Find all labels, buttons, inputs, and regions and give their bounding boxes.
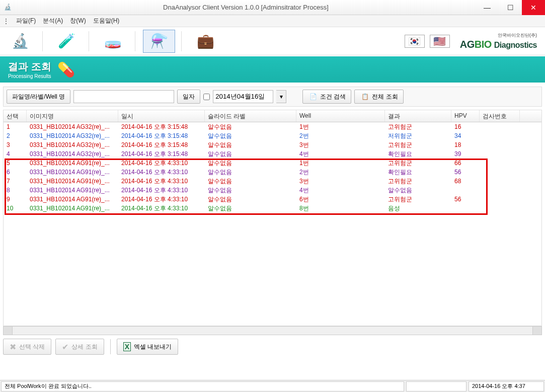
cell-datetime: 2014-04-16 오후 4:33:10	[118, 159, 205, 168]
cell-well: 3번	[296, 141, 385, 149]
microscope-icon[interactable]: 🔬	[4, 30, 36, 53]
filename-label-button[interactable]: 파일명/라벨/Well 명	[7, 90, 70, 104]
banner-subtitle: Processing Results	[8, 73, 51, 79]
table-row[interactable]: 90331_HB102014 AG91(re)_...2014-04-16 오후…	[4, 195, 541, 204]
date-label-button[interactable]: 일자	[177, 90, 200, 104]
cell-result: 고위험군	[385, 141, 451, 149]
cell-select: 1	[4, 123, 27, 130]
cell-datetime: 2014-04-16 오후 4:33:10	[118, 168, 205, 177]
cell-result: 고위험군	[385, 123, 451, 131]
cell-result: 확인필요	[385, 150, 451, 159]
cell-image: 0331_HB102014 AG91(re)_...	[27, 160, 118, 167]
cell-datetime: 2014-04-16 오후 4:33:10	[118, 204, 205, 213]
preview-icon: 📄	[308, 92, 318, 102]
cell-well: 3번	[296, 177, 385, 186]
menubar: ⋮ 파일(F) 분석(A) 창(W) 도움말(H)	[0, 15, 545, 27]
search-input[interactable]	[73, 90, 174, 103]
cell-datetime: 2014-04-16 오후 4:33:10	[118, 195, 205, 204]
col-hpv[interactable]: HPV	[451, 110, 480, 122]
col-well[interactable]: Well	[296, 110, 385, 122]
date-dropdown-icon[interactable]: ▾	[276, 90, 286, 103]
table-header: 선택 이미지명 일시 슬라이드 라벨 Well 결과 HPV 검사번호	[4, 110, 541, 122]
table-row[interactable]: 60331_HB102014 AG91(re)_...2014-04-16 오후…	[4, 168, 541, 177]
logo-main: AGBIO Diagnostics	[460, 39, 537, 50]
scroll-left-icon[interactable]	[4, 327, 13, 335]
table-row[interactable]: 10331_HB102014 AG32(re)_...2014-04-16 오후…	[4, 122, 541, 131]
cell-image: 0331_HB102014 AG32(re)_...	[27, 150, 118, 158]
cell-select: 9	[4, 196, 27, 203]
cell-label: 알수없음	[205, 204, 296, 213]
results-table: 선택 이미지명 일시 슬라이드 라벨 Well 결과 HPV 검사번호 1033…	[3, 110, 542, 326]
menu-help[interactable]: 도움말(H)	[93, 17, 120, 25]
menu-file[interactable]: 파일(F)	[16, 17, 36, 25]
flag-usa-icon[interactable]: 🇺🇸	[430, 35, 450, 48]
cell-hpv: 56	[451, 169, 480, 176]
cell-label: 알수없음	[205, 123, 296, 131]
table-row[interactable]: 20331_HB102014 AG32(re)_...2014-04-16 오후…	[4, 131, 541, 140]
status-datetime: 2014-04-16 오후 4:37	[469, 381, 544, 391]
separator	[89, 31, 91, 51]
scroll-right-icon[interactable]	[532, 327, 541, 335]
cell-image: 0331_HB102014 AG32(re)_...	[27, 132, 118, 139]
minimize-button[interactable]: —	[476, 0, 499, 15]
date-checkbox[interactable]	[203, 94, 210, 100]
date-input[interactable]	[213, 90, 273, 103]
cell-well: 1번	[296, 159, 385, 168]
horizontal-scrollbar[interactable]	[3, 326, 542, 335]
menu-analysis[interactable]: 분석(A)	[43, 17, 63, 25]
banner-title: 결과 조회	[8, 60, 51, 73]
table-row[interactable]: 70331_HB102014 AG91(re)_...2014-04-16 오후…	[4, 177, 541, 186]
table-row[interactable]: 50331_HB102014 AG91(re)_...2014-04-16 오후…	[4, 159, 541, 168]
table-row[interactable]: 40331_HB102014 AG32(re)_...2014-04-16 오후…	[4, 149, 541, 159]
bag-icon[interactable]: 💼	[189, 30, 221, 53]
cell-label: 알수없음	[205, 168, 296, 177]
cell-label: 알수없음	[205, 132, 296, 140]
flasks-icon[interactable]: ⚗️	[143, 30, 175, 53]
cell-datetime: 2014-04-16 오후 3:15:48	[118, 123, 205, 131]
view-all-button[interactable]: 📋 전체 조회	[354, 90, 403, 104]
cell-select: 7	[4, 178, 27, 185]
detail-view-button[interactable]: ✔ 상세 조회	[55, 339, 104, 355]
tubes-icon[interactable]: 🧪	[50, 30, 83, 53]
company-logo: 안국바이오진단(주) AGBIO Diagnostics	[460, 32, 541, 50]
cell-label: 알수없음	[205, 159, 296, 168]
cell-result: 고위험군	[385, 195, 451, 204]
cell-image: 0331_HB102014 AG91(re)_...	[27, 178, 118, 185]
cell-image: 0331_HB102014 AG91(re)_...	[27, 196, 118, 203]
cell-image: 0331_HB102014 AG91(re)_...	[27, 205, 118, 212]
col-select[interactable]: 선택	[4, 110, 27, 122]
cell-select: 2	[4, 132, 27, 139]
table-row[interactable]: 80331_HB102014 AG91(re)_...2014-04-16 오후…	[4, 186, 541, 195]
samples-icon[interactable]: 🧫	[97, 30, 129, 53]
col-result[interactable]: 결과	[385, 110, 451, 122]
close-button[interactable]: ✕	[522, 0, 545, 15]
col-exam[interactable]: 검사번호	[480, 110, 520, 122]
cell-datetime: 2014-04-16 오후 4:33:10	[118, 186, 205, 195]
flag-korea-icon[interactable]: 🇰🇷	[405, 35, 425, 48]
col-datetime[interactable]: 일시	[118, 110, 205, 122]
separator	[110, 339, 111, 354]
cell-hpv: 39	[451, 150, 480, 158]
cell-result: 알수없음	[385, 186, 451, 195]
pills-icon: 💊	[57, 61, 75, 78]
menu-window[interactable]: 창(W)	[70, 17, 86, 25]
cell-select: 8	[4, 187, 27, 194]
cell-select: 6	[4, 169, 27, 176]
delete-selected-button[interactable]: ✖ 선택 삭제	[3, 339, 51, 355]
cell-result: 확인필요	[385, 168, 451, 177]
flag-group: 🇰🇷 🇺🇸	[405, 35, 450, 48]
export-excel-button[interactable]: X 엑셀 내보내기	[117, 339, 179, 355]
cell-hpv: 18	[451, 141, 480, 148]
condition-search-button[interactable]: 📄 조건 검색	[302, 90, 351, 104]
maximize-button[interactable]: ☐	[499, 0, 522, 15]
cell-well: 4번	[296, 150, 385, 159]
table-row[interactable]: 30331_HB102014 AG32(re)_...2014-04-16 오후…	[4, 140, 541, 149]
separator	[42, 31, 44, 51]
col-label[interactable]: 슬라이드 라벨	[205, 110, 296, 122]
col-image[interactable]: 이미지명	[27, 110, 118, 122]
table-row[interactable]: 100331_HB102014 AG91(re)_...2014-04-16 오…	[4, 204, 541, 213]
cell-datetime: 2014-04-16 오후 3:15:48	[118, 150, 205, 159]
cell-label: 알수없음	[205, 195, 296, 204]
searchbar: 파일명/라벨/Well 명 일자 ▾ 📄 조건 검색 📋 전체 조회	[3, 87, 542, 107]
cell-result: 저위험군	[385, 132, 451, 140]
